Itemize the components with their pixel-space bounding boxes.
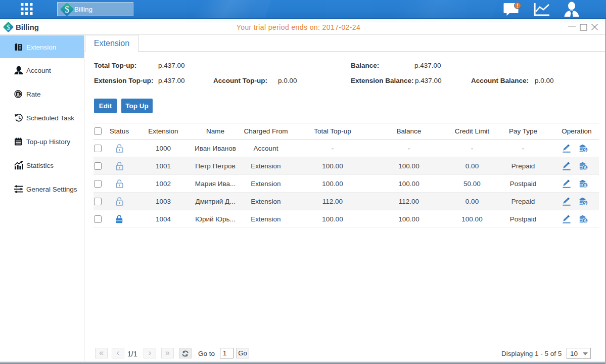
svg-text:$: $	[17, 91, 20, 97]
svg-text:!: !	[517, 3, 518, 9]
svg-text:$: $	[65, 5, 69, 15]
